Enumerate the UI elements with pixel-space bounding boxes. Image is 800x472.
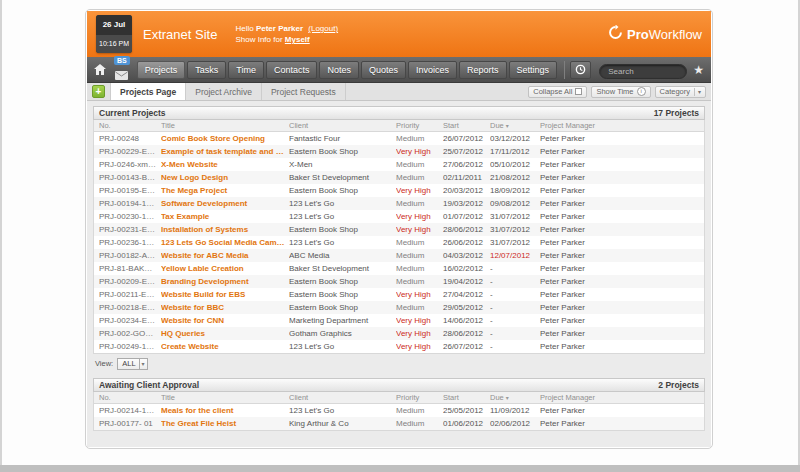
cell-manager: Peter Parker: [540, 419, 699, 428]
project-title-link[interactable]: Website for BBC: [161, 303, 289, 312]
favorite-star-icon[interactable]: ★: [693, 64, 704, 76]
cell-start: 26/07/2012: [443, 342, 490, 351]
cell-client: Baker St Development: [289, 264, 396, 273]
column-header-start[interactable]: Start: [443, 121, 490, 130]
column-header-due[interactable]: Due▾: [490, 393, 540, 402]
cell-client: Eastern Book Shop: [289, 225, 396, 234]
cell-start: 29/05/2012: [443, 303, 490, 312]
mail-indicator[interactable]: BS: [114, 56, 130, 84]
nav-item-quotes[interactable]: Quotes: [361, 61, 406, 79]
cell-priority: Medium: [396, 419, 443, 428]
cell-priority: Very High: [396, 329, 443, 338]
cell-no: PRJ-002-GOTH 06: [99, 329, 161, 338]
view-dropdown[interactable]: ALL ▾: [117, 358, 147, 370]
cell-client: X-Men: [289, 160, 396, 169]
project-title-link[interactable]: Installation of Systems: [161, 225, 289, 234]
column-header-priority[interactable]: Priority: [396, 121, 443, 130]
project-title-link[interactable]: Website for CNN: [161, 316, 289, 325]
project-title-link[interactable]: Example of task template and scheduling: [161, 147, 289, 156]
column-header-priority[interactable]: Priority: [396, 393, 443, 402]
column-header-project-manager[interactable]: Project Manager: [540, 393, 699, 402]
column-header-client[interactable]: Client: [289, 121, 396, 130]
cell-due: 21/08/2012: [490, 173, 540, 182]
home-icon[interactable]: [94, 64, 106, 75]
project-title-link[interactable]: Meals for the client: [161, 406, 289, 415]
collapse-all-control[interactable]: Collapse All: [528, 86, 587, 98]
column-header-title[interactable]: Title: [161, 121, 289, 130]
cell-manager: Peter Parker: [540, 238, 699, 247]
table-row: PRJ-00211-EBS 04Website Build for EBSEas…: [94, 288, 704, 301]
table-row: PRJ-00249-123 07Create Website123 Let's …: [94, 340, 704, 353]
column-header-project-manager[interactable]: Project Manager: [540, 121, 699, 130]
cell-manager: Peter Parker: [540, 316, 699, 325]
project-title-link[interactable]: The Mega Project: [161, 186, 289, 195]
nav-item-projects[interactable]: Projects: [137, 61, 186, 79]
awaiting-approval-header[interactable]: Awaiting Client Approval 2 Projects: [93, 378, 705, 392]
cell-no: PRJ-00249-123 07: [99, 342, 161, 351]
cell-start: 27/04/2012: [443, 290, 490, 299]
column-header-no-[interactable]: No.: [99, 393, 161, 402]
section-title: Awaiting Client Approval: [99, 380, 199, 390]
logout-link[interactable]: (Logout): [308, 24, 338, 33]
cell-due: -: [490, 277, 540, 286]
show-time-control[interactable]: Show Time i: [591, 86, 650, 98]
show-info-link[interactable]: Myself: [285, 35, 310, 44]
user-name: Peter Parker: [256, 24, 303, 33]
category-dropdown[interactable]: Category ▾: [655, 86, 706, 98]
column-header-no-[interactable]: No.: [99, 121, 161, 130]
cell-priority: Medium: [396, 406, 443, 415]
tab-projects-page[interactable]: Projects Page: [110, 83, 186, 100]
tab-project-requests[interactable]: Project Requests: [262, 83, 346, 100]
timer-button[interactable]: [570, 61, 591, 79]
show-info-prefix: Show Info for: [235, 35, 282, 44]
table-row: PRJ-00214-123 05Meals for the client123 …: [94, 404, 704, 417]
project-title-link[interactable]: Create Website: [161, 342, 289, 351]
cell-due: -: [490, 342, 540, 351]
column-header-due[interactable]: Due▾: [490, 121, 540, 130]
current-projects-table: PRJ-00248Comic Book Store OpeningFantast…: [93, 132, 705, 354]
project-title-link[interactable]: Website Build for EBS: [161, 290, 289, 299]
project-title-link[interactable]: Software Development: [161, 199, 289, 208]
add-project-button[interactable]: +: [92, 85, 105, 98]
nav-item-tasks[interactable]: Tasks: [187, 61, 226, 79]
column-header-start[interactable]: Start: [443, 393, 490, 402]
table-row: PRJ-00195-EBS 03The Mega ProjectEastern …: [94, 184, 704, 197]
column-header-title[interactable]: Title: [161, 393, 289, 402]
nav-item-time[interactable]: Time: [228, 61, 264, 79]
nav-divider: [564, 61, 565, 79]
column-header-client[interactable]: Client: [289, 393, 396, 402]
project-title-link[interactable]: X-Men Website: [161, 160, 289, 169]
project-title-link[interactable]: 123 Lets Go Social Media Campaign: [161, 238, 289, 247]
nav-item-invoices[interactable]: Invoices: [408, 61, 457, 79]
project-title-link[interactable]: New Logo Design: [161, 173, 289, 182]
cell-start: 19/03/2012: [443, 199, 490, 208]
nav-item-settings[interactable]: Settings: [509, 61, 558, 79]
project-title-link[interactable]: Yellow Lable Creation: [161, 264, 289, 273]
project-title-link[interactable]: HQ Queries: [161, 329, 289, 338]
nav-item-contacts[interactable]: Contacts: [266, 61, 318, 79]
project-title-link[interactable]: The Great File Heist: [161, 419, 289, 428]
cell-client: 123 Let's Go: [289, 238, 396, 247]
info-icon: i: [637, 87, 646, 96]
project-title-link[interactable]: Comic Book Store Opening: [161, 134, 289, 143]
current-projects-header[interactable]: Current Projects 17 Projects: [93, 106, 705, 120]
search-input[interactable]: [599, 64, 687, 79]
table-row: PRJ-00194-123 03Software Development123 …: [94, 197, 704, 210]
tab-project-archive[interactable]: Project Archive: [186, 83, 262, 100]
cell-no: PRJ-00211-EBS 04: [99, 290, 161, 299]
cell-priority: Very High: [396, 186, 443, 195]
chevron-down-icon: ▾: [694, 88, 701, 96]
cell-start: 04/03/2012: [443, 251, 490, 260]
cell-manager: Peter Parker: [540, 329, 699, 338]
nav-item-notes[interactable]: Notes: [319, 61, 359, 79]
project-title-link[interactable]: Tax Example: [161, 212, 289, 221]
cell-manager: Peter Parker: [540, 264, 699, 273]
project-title-link[interactable]: Branding Development: [161, 277, 289, 286]
content-area: Current Projects 17 Projects No.TitleCli…: [87, 101, 711, 444]
cell-due: 31/07/2012: [490, 238, 540, 247]
cell-manager: Peter Parker: [540, 290, 699, 299]
project-title-link[interactable]: Website for ABC Media: [161, 251, 289, 260]
nav-item-reports[interactable]: Reports: [459, 61, 507, 79]
search-box: [599, 60, 687, 79]
cell-priority: Medium: [396, 173, 443, 182]
